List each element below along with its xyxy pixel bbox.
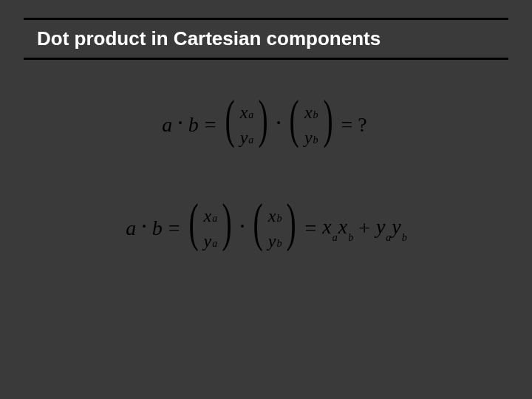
ya: ya [204, 228, 217, 253]
var-b: b [187, 115, 200, 135]
equals: = [164, 218, 185, 239]
xa: xa [204, 203, 217, 228]
lparen: ( [225, 97, 234, 147]
question: = ? [337, 115, 372, 135]
xaxb: xaxb [321, 216, 354, 241]
var-a: a [160, 115, 174, 135]
dot-op: • [137, 221, 151, 233]
ya: ya [240, 125, 253, 150]
xb: xb [304, 100, 318, 125]
lparen: ( [253, 200, 262, 250]
vector-b: ( xb yb ) [249, 203, 301, 253]
dot-op: • [272, 117, 285, 129]
lparen: ( [289, 97, 299, 147]
xb: xb [268, 203, 282, 228]
dot-op: • [174, 117, 187, 129]
rparen: ) [222, 200, 232, 250]
lparen: ( [188, 200, 198, 250]
equation-2: a • b = ( xa ya ) • ( xb yb ) [0, 203, 532, 253]
vector-a: ( xa ya ) [185, 203, 236, 253]
vector-a: ( xa ya ) [221, 100, 273, 150]
rule-top [24, 18, 508, 20]
rule-bottom [24, 58, 508, 60]
slide-title: Dot product in Cartesian components [37, 27, 381, 50]
rparen: ) [287, 200, 296, 250]
yb: yb [304, 125, 318, 150]
xa: xa [240, 100, 253, 125]
dot-op: • [236, 221, 249, 233]
plus: + [354, 218, 375, 239]
equation-1: a • b = ( xa ya ) • ( xb yb ) [0, 100, 532, 150]
yayb: yayb [375, 216, 408, 241]
var-a: a [124, 218, 137, 239]
equals: = [300, 218, 321, 239]
yb: yb [268, 228, 282, 253]
rparen: ) [323, 97, 332, 147]
var-b: b [151, 218, 164, 239]
equals: = [200, 115, 221, 135]
vector-b: ( xb yb ) [285, 100, 337, 150]
rparen: ) [259, 97, 268, 147]
slide: Dot product in Cartesian components a • … [0, 0, 532, 399]
